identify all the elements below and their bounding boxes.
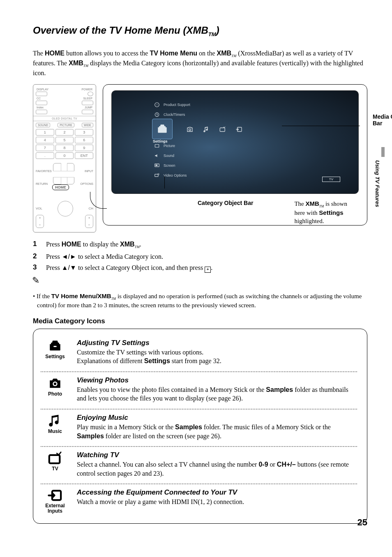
remote-ch-rocker: +− — [85, 215, 93, 228]
remote-ch-label: CH — [88, 207, 93, 210]
intro-paragraph: The HOME button allows you to access the… — [33, 49, 367, 78]
page-title: Overview of the TV Home Menu (XMBTM) — [33, 25, 367, 37]
remote-vol-rocker: +− — [36, 215, 44, 228]
remote-home-button: HOME — [52, 184, 69, 190]
svg-point-13 — [54, 382, 56, 385]
xmb-selected-label: Settings — [153, 139, 168, 143]
svg-rect-3 — [155, 144, 159, 147]
remote-strip: OLED DIGITAL TV — [33, 116, 96, 121]
xmb-item-clock: Clock/Timers — [153, 110, 219, 120]
svg-rect-9 — [220, 128, 225, 131]
remote-illustration: DISPLAYPOWER CCSLEEP IndexJUMP OLED DIGI… — [33, 84, 96, 232]
tv-desc: Select a channel. You can also select a … — [77, 460, 357, 478]
note-bullet: • If the TV Home Menu/XMBTM is displayed… — [33, 292, 367, 309]
title-text-main: Overview of the TV Home Menu (XMB — [33, 25, 208, 36]
intro-tvhm: TV Home Menu — [150, 50, 197, 57]
settings-label: Settings — [41, 354, 69, 359]
xmb-item-product-support: i Product Support — [153, 100, 219, 110]
icon-row-photo: Photo Viewing Photos Enables you to view… — [41, 371, 357, 409]
remote-display-label: DISPLAY — [37, 88, 48, 91]
tv-icon — [219, 125, 227, 133]
remote-favorites-label: FAVORITES — [36, 170, 52, 173]
icon-row-external: External Inputs Accessing the Equipment … — [41, 483, 357, 516]
note-icon: ✎ — [32, 275, 367, 286]
photo-icon-large — [41, 376, 69, 390]
external-inputs-icon — [235, 125, 243, 133]
tv-screenshot-panel: i Product Support Clock/Timers Picture — [103, 84, 367, 232]
tv-label: TV — [41, 466, 69, 472]
intro-xmb: XMB — [217, 50, 232, 57]
settings-desc: Customize the TV settings with various o… — [77, 348, 357, 366]
remote-vol-label: VOL — [36, 207, 42, 210]
remote-keypad: 123 456 789 .0ENT — [36, 129, 93, 159]
xmb-item-sound: Sound — [153, 151, 219, 161]
music-icon-large — [41, 414, 69, 428]
tv-title: Watching TV — [77, 451, 357, 459]
icon-row-settings: Settings Adjusting TV Settings Customize… — [41, 335, 357, 371]
callout-note: The XMBTM is shown here with Settings hi… — [278, 200, 359, 226]
side-tab-marker — [381, 147, 385, 157]
svg-point-8 — [189, 129, 191, 131]
remote-dpad — [53, 163, 74, 184]
remote-btn-sleep — [82, 101, 93, 105]
remote-options-label: OPTIONS — [80, 182, 93, 185]
tv-badge: TV — [322, 177, 340, 182]
photo-icon — [186, 125, 194, 133]
remote-center-ring — [58, 201, 73, 216]
external-inputs-icon-large — [41, 488, 69, 502]
icon-row-music: Music Enjoying Music Play music in a Mem… — [41, 409, 357, 446]
steps-list: 1 Press HOME to display the XMBTM. 2 Pre… — [33, 240, 367, 273]
video-options-icon — [154, 172, 160, 179]
music-title: Enjoying Music — [77, 414, 357, 422]
svg-rect-5 — [156, 164, 158, 166]
icon-row-tv: TV Watching TV Select a channel. You can… — [41, 446, 357, 483]
tv-screen: i Product Support Clock/Timers Picture — [111, 90, 359, 194]
intro-home: HOME — [45, 50, 65, 57]
remote-input-label: INPUT — [85, 170, 93, 173]
step-3: 3 Press ▲/▼ to select a Category Object … — [33, 263, 367, 273]
title-close: ) — [216, 25, 219, 36]
remote-cc-label: CC — [37, 97, 41, 100]
clock-icon — [154, 111, 160, 118]
photo-label: Photo — [41, 391, 69, 397]
remote-sleep-label: SLEEP — [83, 97, 92, 100]
external-title: Accessing the Equipment Connected to You… — [77, 488, 357, 497]
remote-return-label: RETURN — [36, 182, 48, 185]
svg-rect-14 — [49, 455, 60, 463]
callout-leader-cob — [164, 176, 165, 189]
step-1: 1 Press HOME to display the XMBTM. — [33, 240, 367, 250]
svg-text:i: i — [157, 103, 157, 106]
remote-btn-power — [88, 92, 93, 96]
info-icon: i — [154, 101, 160, 108]
external-label: External Inputs — [41, 503, 69, 514]
xmb-item-video-options: Video Options — [153, 170, 219, 180]
music-label: Music — [41, 428, 69, 434]
media-category-icons-heading: Media Category Icons — [33, 317, 367, 325]
callout-category-object-bar: Category Object Bar — [198, 200, 253, 226]
callout-leader-mcb — [282, 126, 360, 126]
screen-icon — [154, 162, 160, 169]
tv-icon-large — [41, 451, 69, 465]
svg-rect-11 — [53, 346, 56, 347]
remote-jump-label: JUMP — [85, 106, 92, 109]
settings-icon — [41, 339, 69, 353]
plus-button-icon: + — [205, 267, 211, 273]
xmb-media-row — [157, 123, 342, 136]
remote-btn-picture: PICTURE — [58, 123, 74, 127]
music-desc: Play music in a Memory Stick or the Samp… — [77, 423, 357, 440]
title-tm: TM — [208, 31, 216, 37]
remote-btn-jump — [82, 110, 93, 114]
remote-btn-display — [36, 92, 47, 96]
step-2: 2 Press ◄/► to select a Media Category i… — [33, 252, 367, 261]
remote-btn-index — [36, 110, 47, 114]
music-icon — [202, 125, 210, 133]
side-tab-label: Using TV Features — [374, 160, 380, 207]
page-number: 25 — [357, 517, 367, 528]
remote-btn-sound: SOUND — [36, 123, 50, 127]
xmb-item-screen: Screen — [153, 161, 219, 170]
external-desc: Watch a movie or play a game with HDMI I… — [77, 497, 357, 506]
callout-media-category-bar: Media Category Bar — [369, 113, 392, 127]
remote-btn-cc — [36, 101, 47, 105]
arrows-left-right-icon: ◄/► — [62, 253, 76, 260]
remote-power-label: POWER — [82, 88, 92, 91]
